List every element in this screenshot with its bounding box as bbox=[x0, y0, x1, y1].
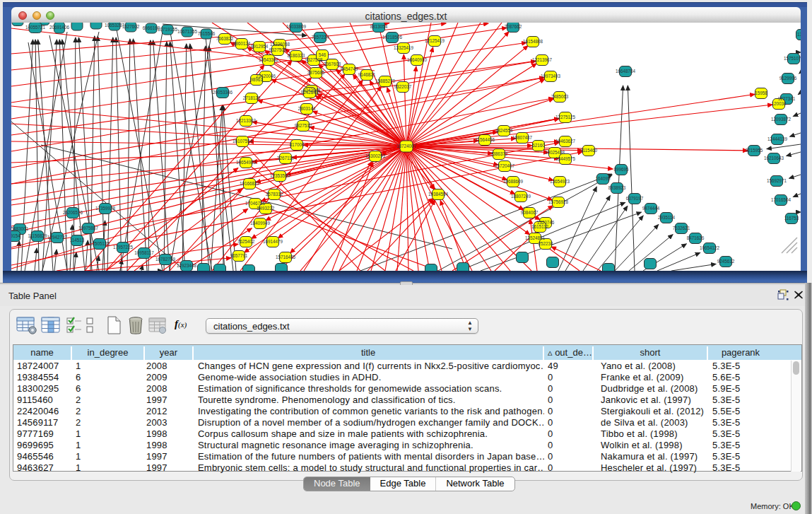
svg-text:12353594: 12353594 bbox=[270, 173, 290, 178]
svg-text:7357224: 7357224 bbox=[312, 35, 329, 40]
svg-text:7485063: 7485063 bbox=[551, 94, 569, 99]
svg-text:17046786: 17046786 bbox=[245, 201, 266, 206]
svg-text:13449575: 13449575 bbox=[555, 156, 576, 161]
svg-text:17016504: 17016504 bbox=[771, 197, 792, 202]
svg-text:10958117: 10958117 bbox=[134, 250, 154, 255]
svg-text:3578312: 3578312 bbox=[266, 192, 283, 197]
svg-text:10688609: 10688609 bbox=[503, 179, 524, 184]
svg-text:12942737: 12942737 bbox=[47, 235, 68, 240]
svg-text:15692971: 15692971 bbox=[767, 178, 787, 183]
svg-text:252234: 252234 bbox=[538, 241, 553, 246]
svg-text:9146821: 9146821 bbox=[358, 72, 376, 77]
svg-text:7632621: 7632621 bbox=[673, 226, 690, 230]
svg-text:19384554: 19384554 bbox=[428, 192, 449, 197]
svg-text:9827512: 9827512 bbox=[295, 123, 312, 128]
svg-text:114513: 114513 bbox=[70, 238, 85, 243]
svg-text:16914479: 16914479 bbox=[263, 239, 283, 244]
svg-text:8912954: 8912954 bbox=[251, 44, 269, 49]
svg-text:3875685: 3875685 bbox=[307, 70, 325, 75]
svg-text:10719155: 10719155 bbox=[158, 27, 178, 32]
svg-text:2087662: 2087662 bbox=[505, 24, 522, 29]
svg-text:17957225: 17957225 bbox=[113, 245, 134, 250]
svg-text:18640910: 18640910 bbox=[407, 57, 428, 62]
svg-text:116753: 116753 bbox=[784, 216, 799, 221]
svg-text:16107554: 16107554 bbox=[233, 139, 253, 144]
svg-text:12213967: 12213967 bbox=[532, 57, 553, 62]
svg-text:8454749: 8454749 bbox=[341, 66, 358, 71]
svg-text:17359928: 17359928 bbox=[95, 206, 116, 211]
svg-text:26206576: 26206576 bbox=[63, 210, 83, 215]
svg-text:817006: 817006 bbox=[289, 142, 305, 147]
svg-text:9327508: 9327508 bbox=[305, 57, 323, 62]
svg-text:12275125: 12275125 bbox=[555, 115, 576, 119]
svg-text:9474444: 9474444 bbox=[642, 206, 660, 211]
svg-text:15958: 15958 bbox=[755, 90, 767, 95]
svg-text:18807249: 18807249 bbox=[511, 194, 531, 199]
svg-text:14055721: 14055721 bbox=[25, 25, 46, 30]
svg-text:120034: 120034 bbox=[771, 101, 787, 106]
svg-text:13654923: 13654923 bbox=[550, 179, 570, 184]
svg-text:1317: 1317 bbox=[797, 32, 801, 37]
svg-text:16154808: 16154808 bbox=[523, 39, 543, 44]
svg-text:7515546: 7515546 bbox=[198, 31, 216, 36]
svg-text:12125419: 12125419 bbox=[425, 38, 445, 43]
svg-text:7386372: 7386372 bbox=[490, 151, 508, 156]
svg-text:11156829: 11156829 bbox=[28, 233, 47, 238]
svg-text:7663822: 7663822 bbox=[216, 36, 234, 41]
svg-text:10807487: 10807487 bbox=[512, 135, 533, 140]
svg-text:5483001: 5483001 bbox=[11, 226, 29, 231]
svg-text:20691406: 20691406 bbox=[49, 25, 70, 30]
svg-text:5493222: 5493222 bbox=[257, 206, 275, 211]
svg-text:16033809: 16033809 bbox=[286, 24, 307, 29]
svg-text:12444139: 12444139 bbox=[767, 136, 788, 141]
svg-text:8813054: 8813054 bbox=[370, 24, 388, 29]
svg-text:6379197: 6379197 bbox=[626, 196, 644, 201]
svg-text:2718126: 2718126 bbox=[243, 95, 261, 100]
svg-text:12213363: 12213363 bbox=[236, 118, 257, 123]
svg-text:8242848: 8242848 bbox=[301, 90, 319, 95]
svg-text:12923448: 12923448 bbox=[177, 263, 197, 268]
svg-text:9129996: 9129996 bbox=[779, 76, 797, 81]
svg-text:7625402: 7625402 bbox=[237, 239, 255, 244]
svg-text:15751074: 15751074 bbox=[784, 56, 801, 61]
svg-text:164095: 164095 bbox=[595, 176, 611, 181]
svg-text:1615112: 1615112 bbox=[531, 224, 549, 229]
svg-text:1527602: 1527602 bbox=[122, 24, 140, 29]
svg-text:10543362: 10543362 bbox=[259, 57, 279, 62]
svg-text:10671355: 10671355 bbox=[177, 29, 198, 34]
svg-text:10973493: 10973493 bbox=[541, 74, 561, 78]
svg-text:1824554: 1824554 bbox=[495, 128, 513, 133]
svg-text:99154: 99154 bbox=[11, 233, 20, 238]
svg-text:9657791: 9657791 bbox=[230, 253, 248, 258]
svg-text:8186323: 8186323 bbox=[288, 53, 305, 58]
svg-text:546: 546 bbox=[319, 52, 326, 57]
svg-text:2803144: 2803144 bbox=[298, 106, 316, 111]
svg-text:10654983: 10654983 bbox=[236, 160, 257, 165]
svg-text:18409949: 18409949 bbox=[250, 221, 271, 226]
svg-text:15300293: 15300293 bbox=[365, 153, 386, 158]
svg-text:13325419: 13325419 bbox=[394, 45, 414, 50]
svg-text:21564456: 21564456 bbox=[475, 137, 495, 142]
svg-text:19218506: 19218506 bbox=[382, 35, 403, 40]
svg-text:8215955: 8215955 bbox=[746, 148, 763, 153]
svg-text:2367608: 2367608 bbox=[324, 62, 341, 66]
svg-text:20053346: 20053346 bbox=[213, 90, 233, 95]
svg-text:98961: 98961 bbox=[250, 77, 263, 82]
svg-text:10975887: 10975887 bbox=[78, 226, 99, 230]
svg-text:9115460: 9115460 bbox=[580, 148, 598, 153]
svg-text:8471626: 8471626 bbox=[687, 235, 705, 240]
svg-text:10654122: 10654122 bbox=[700, 245, 720, 250]
svg-text:9245612: 9245612 bbox=[717, 259, 735, 264]
svg-text:9227341: 9227341 bbox=[778, 96, 796, 101]
svg-text:9860124: 9860124 bbox=[233, 41, 251, 46]
svg-text:19166827: 19166827 bbox=[240, 181, 260, 186]
svg-text:12093872: 12093872 bbox=[771, 117, 792, 122]
svg-text:10463627: 10463627 bbox=[555, 139, 576, 144]
svg-text:10025438: 10025438 bbox=[545, 150, 565, 155]
svg-text:899695: 899695 bbox=[613, 167, 629, 172]
svg-text:62160: 62160 bbox=[532, 143, 545, 148]
svg-text:12505135: 12505135 bbox=[90, 241, 110, 246]
svg-text:15226058: 15226058 bbox=[270, 42, 290, 47]
svg-text:15756928: 15756928 bbox=[548, 199, 569, 204]
svg-text:15716485: 15716485 bbox=[276, 255, 296, 259]
